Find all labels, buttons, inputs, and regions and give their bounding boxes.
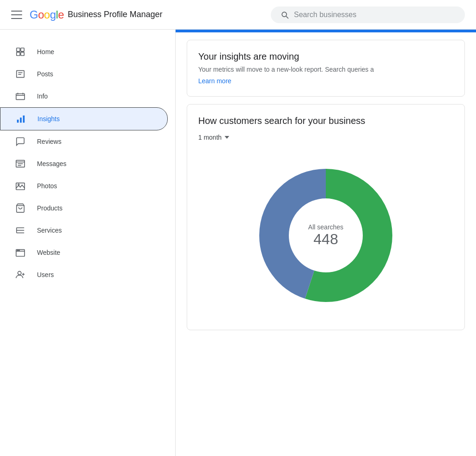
sidebar-item-info[interactable]: Info <box>0 85 168 107</box>
search-card-title: How customers search for your business <box>198 116 453 126</box>
sidebar-label-posts: Posts <box>37 70 53 78</box>
header: Google Business Profile Manager Search b… <box>0 0 476 30</box>
sidebar-item-products[interactable]: Products <box>0 197 168 219</box>
insights-card-description: Your metrics will move to a new-look rep… <box>198 66 453 73</box>
main-layout: Home Posts Info <box>0 30 476 456</box>
sidebar-item-users[interactable]: Users <box>0 264 168 286</box>
svg-rect-11 <box>17 120 19 123</box>
users-icon <box>15 269 26 280</box>
sidebar-item-insights[interactable]: Insights <box>0 107 168 130</box>
sidebar-label-photos: Photos <box>37 182 57 190</box>
home-icon <box>15 46 26 57</box>
sidebar-label-info: Info <box>37 92 48 100</box>
sidebar-label-website: Website <box>37 249 60 256</box>
donut-center-label: All searches <box>308 223 343 231</box>
month-selector-value: 1 month <box>198 134 222 141</box>
search-customers-card: How customers search for your business 1… <box>187 104 465 330</box>
app-title: Business Profile Manager <box>67 10 162 19</box>
search-input[interactable]: Search businesses <box>294 11 456 19</box>
sidebar-item-website[interactable]: Website <box>0 241 168 264</box>
search-icon <box>280 10 289 19</box>
info-icon <box>15 91 26 102</box>
svg-point-19 <box>18 184 19 185</box>
svg-point-27 <box>17 250 18 251</box>
svg-rect-3 <box>21 52 24 55</box>
svg-rect-12 <box>20 117 22 123</box>
photos-icon <box>15 180 26 191</box>
hamburger-menu-button[interactable] <box>11 11 22 19</box>
sidebar-label-services: Services <box>37 227 62 234</box>
svg-rect-2 <box>17 52 20 55</box>
sidebar-item-messages[interactable]: Messages <box>0 153 168 175</box>
donut-center-value: 448 <box>308 231 343 248</box>
sidebar-label-users: Users <box>37 271 54 278</box>
learn-more-link[interactable]: Learn more <box>198 77 232 85</box>
sidebar-label-products: Products <box>37 204 62 212</box>
insights-card-title: Your insights are moving <box>198 51 453 62</box>
top-accent-bar <box>176 30 476 32</box>
dropdown-arrow-icon <box>225 136 229 139</box>
reviews-icon <box>15 136 26 147</box>
donut-chart-container: All searches 448 <box>198 152 453 319</box>
sidebar: Home Posts Info <box>0 30 176 456</box>
website-icon <box>15 247 26 258</box>
products-icon <box>15 203 26 214</box>
svg-point-28 <box>18 250 19 251</box>
month-selector[interactable]: 1 month <box>198 134 453 141</box>
svg-rect-7 <box>16 94 24 100</box>
logo-area: Google Business Profile Manager <box>30 8 163 21</box>
sidebar-label-insights: Insights <box>37 115 60 123</box>
google-logo: Google <box>30 8 64 21</box>
sidebar-label-home: Home <box>37 48 54 55</box>
donut-center-text: All searches 448 <box>308 223 343 248</box>
insights-icon <box>15 113 26 124</box>
svg-rect-0 <box>17 48 20 51</box>
donut-chart: All searches 448 <box>252 161 400 309</box>
svg-rect-4 <box>17 71 24 78</box>
sidebar-item-photos[interactable]: Photos <box>0 175 168 197</box>
insights-moving-card: Your insights are moving Your metrics wi… <box>187 40 465 97</box>
sidebar-item-reviews[interactable]: Reviews <box>0 130 168 153</box>
sidebar-item-services[interactable]: Services <box>0 219 168 241</box>
svg-rect-1 <box>21 48 24 51</box>
search-bar[interactable]: Search businesses <box>271 6 465 23</box>
sidebar-item-posts[interactable]: Posts <box>0 63 168 85</box>
svg-rect-13 <box>23 116 25 123</box>
svg-point-29 <box>18 271 21 275</box>
sidebar-label-messages: Messages <box>37 160 67 167</box>
messages-icon <box>15 158 26 169</box>
sidebar-item-home[interactable]: Home <box>0 41 168 63</box>
sidebar-label-reviews: Reviews <box>37 138 61 145</box>
services-icon <box>15 225 26 236</box>
main-content: Your insights are moving Your metrics wi… <box>176 30 476 456</box>
posts-icon <box>15 68 26 80</box>
